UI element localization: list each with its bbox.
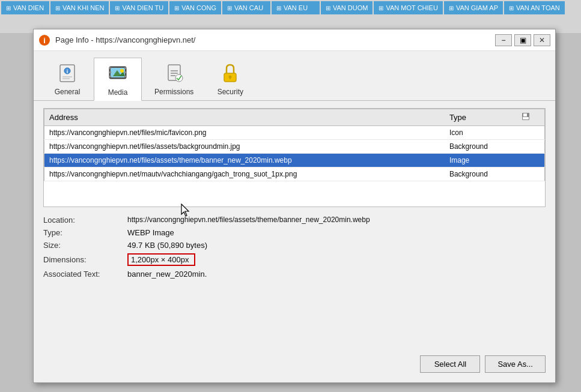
browser-tab-8[interactable]: ⊞ VAN MOT CHIEU xyxy=(374,1,442,14)
svg-rect-15 xyxy=(124,67,126,69)
location-row: Location: https://vancongnghiepvn.net/fi… xyxy=(43,216,546,225)
svg-point-11 xyxy=(120,69,124,73)
tab-security-label: Security xyxy=(217,88,243,96)
svg-rect-27 xyxy=(523,113,527,116)
browser-background: ⊞ VAN DIEN ⊞ VAN KHI NEN ⊞ VAN DIEN TU ⊞… xyxy=(0,0,581,33)
close-button[interactable]: ✕ xyxy=(534,34,550,46)
browser-tab-5[interactable]: ⊞ VAN CAU xyxy=(222,1,270,14)
location-value: https://vancongnghiepvn.net/files/assets… xyxy=(127,216,370,224)
general-tab-icon: i xyxy=(55,61,79,85)
details-section: Location: https://vancongnghiepvn.net/fi… xyxy=(43,213,546,285)
dimensions-highlight-box: 1,200px × 400px xyxy=(127,253,195,266)
type-header: Type xyxy=(445,109,520,126)
page-info-dialog: i Page Info - https://vancongnghiepvn.ne… xyxy=(33,29,556,383)
svg-rect-16 xyxy=(124,71,126,73)
dialog-icon: i xyxy=(38,34,50,46)
size-value: 49.7 KB (50,890 bytes) xyxy=(127,241,207,250)
row3-type: Image xyxy=(445,154,520,167)
address-header: Address xyxy=(44,109,445,126)
content-area: Address Type xyxy=(34,101,555,292)
associated-value: banner_new_2020min. xyxy=(127,270,207,279)
security-tab-icon xyxy=(218,61,242,85)
media-table-wrapper: Address Type xyxy=(43,108,546,207)
associated-row: Associated Text: banner_new_2020min. xyxy=(43,270,546,279)
dimensions-row: Dimensions: 1,200px × 400px xyxy=(43,253,546,266)
row1-type: Icon xyxy=(445,126,520,140)
svg-rect-12 xyxy=(109,67,111,69)
svg-text:i: i xyxy=(67,68,68,74)
tab-bar: i General xyxy=(34,51,555,101)
row4-address: https://vancongnghiepvn.net/mautv/vachch… xyxy=(44,167,445,181)
tab-security[interactable]: Security xyxy=(206,57,254,100)
tab-media-label: Media xyxy=(108,88,128,97)
browser-tab-6[interactable]: ⊞ VAN EU xyxy=(272,1,320,14)
browser-tab-10[interactable]: ⊞ VAN AN TOAN xyxy=(504,1,565,14)
type-row: Type: WEBP Image xyxy=(43,228,546,237)
size-row: Size: 49.7 KB (50,890 bytes) xyxy=(43,241,546,250)
row1-action xyxy=(520,126,545,140)
browser-tab-4[interactable]: ⊞ VAN CONG xyxy=(169,1,221,14)
type-value: WEBP Image xyxy=(127,228,174,237)
location-label: Location: xyxy=(43,216,127,225)
save-as-button[interactable]: Save As... xyxy=(485,355,546,373)
table-row[interactable]: https://vancongnghiepvn.net/files/mic/fa… xyxy=(44,126,545,140)
browser-tab-3[interactable]: ⊞ VAN DIEN TU xyxy=(110,1,168,14)
maximize-button[interactable]: ▣ xyxy=(514,34,531,46)
row1-address: https://vancongnghiepvn.net/files/mic/fa… xyxy=(44,126,445,140)
table-row[interactable]: https://vancongnghiepvn.net/mautv/vachch… xyxy=(44,167,545,181)
dimensions-value: 1,200px × 400px xyxy=(131,255,189,264)
svg-rect-17 xyxy=(124,76,126,77)
tab-general[interactable]: i General xyxy=(43,57,91,100)
permissions-tab-icon xyxy=(162,61,186,85)
browser-tab-1[interactable]: ⊞ VAN DIEN xyxy=(1,1,49,14)
size-label: Size: xyxy=(43,241,127,250)
browser-tab-2[interactable]: ⊞ VAN KHI NEN xyxy=(50,1,109,14)
dimensions-label: Dimensions: xyxy=(43,255,127,264)
row3-address: https://vancongnghiepvn.net/files/assets… xyxy=(44,154,445,167)
row4-action xyxy=(520,167,545,181)
tab-permissions[interactable]: Permissions xyxy=(144,57,204,100)
svg-rect-28 xyxy=(523,117,529,119)
row2-address: https://vancongnghiepvn.net/files/assets… xyxy=(44,140,445,154)
window-controls: − ▣ ✕ xyxy=(495,34,550,46)
browser-tab-9[interactable]: ⊞ VAN GIAM AP xyxy=(444,1,503,14)
svg-point-22 xyxy=(175,74,183,82)
save-col-header xyxy=(520,109,545,126)
table-scroll[interactable]: Address Type xyxy=(44,109,545,207)
browser-tab-7[interactable]: ⊞ VAN DUOM xyxy=(321,1,373,14)
dialog-title: Page Info - https://vancongnghiepvn.net/ xyxy=(55,35,495,44)
tab-general-label: General xyxy=(55,88,81,96)
row3-action xyxy=(520,154,545,167)
table-row[interactable]: https://vancongnghiepvn.net/files/assets… xyxy=(44,154,545,167)
associated-label: Associated Text: xyxy=(43,270,127,279)
select-all-button[interactable]: Select All xyxy=(420,355,480,373)
tab-permissions-label: Permissions xyxy=(154,88,193,96)
row2-action xyxy=(520,140,545,154)
minimize-button[interactable]: − xyxy=(495,34,512,46)
title-bar: i Page Info - https://vancongnghiepvn.ne… xyxy=(34,29,555,51)
svg-rect-14 xyxy=(109,76,111,77)
table-row[interactable]: https://vancongnghiepvn.net/files/assets… xyxy=(44,140,545,154)
button-bar: Select All Save As... xyxy=(420,355,546,373)
media-tab-icon xyxy=(106,62,130,86)
svg-text:i: i xyxy=(43,36,46,45)
row2-type: Background xyxy=(445,140,520,154)
svg-rect-13 xyxy=(109,71,111,73)
tab-media[interactable]: Media xyxy=(94,58,142,101)
type-label: Type: xyxy=(43,228,127,237)
row4-type: Background xyxy=(445,167,520,181)
media-table: Address Type xyxy=(44,109,545,181)
